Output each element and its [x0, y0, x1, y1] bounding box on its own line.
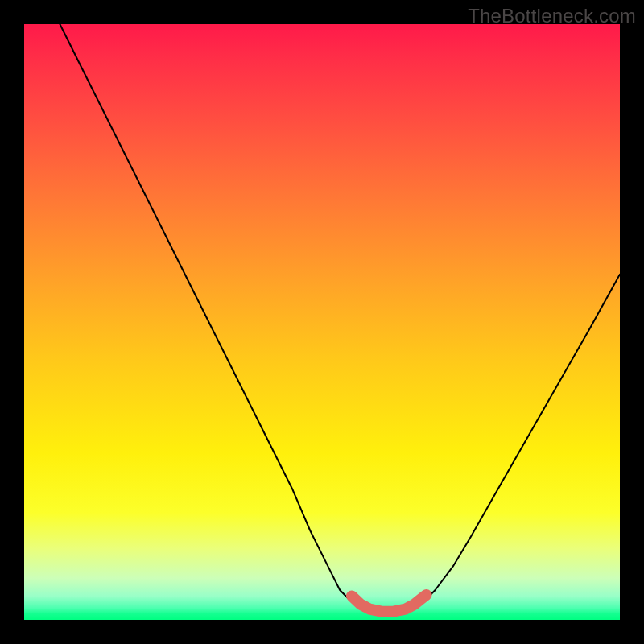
right-curve — [411, 275, 620, 611]
watermark-text: TheBottleneck.com — [468, 5, 636, 27]
curve-layer — [24, 24, 620, 620]
plot-area — [24, 24, 620, 620]
left-curve — [60, 24, 363, 611]
chart-figure: TheBottleneck.com — [0, 0, 644, 644]
trough-marker — [352, 595, 427, 612]
